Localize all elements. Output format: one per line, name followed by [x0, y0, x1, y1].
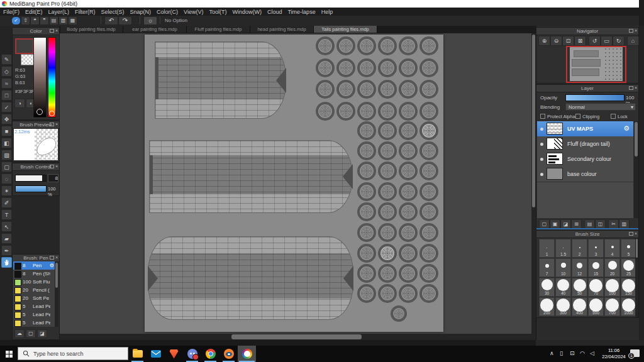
brush-size-1.5[interactable]: 1.5 — [555, 239, 571, 258]
brush-size-50[interactable]: 50 — [572, 278, 587, 297]
volume-icon[interactable]: ◁ — [590, 350, 594, 356]
canvas-document[interactable] — [145, 35, 443, 332]
menu-snap-n[interactable]: Snap(N) — [130, 9, 152, 15]
palette-button[interactable]: ◑ — [14, 99, 25, 108]
checkbox-lock[interactable]: Lock — [611, 114, 628, 119]
new-8bit-layer-button[interactable]: ▣ — [550, 219, 560, 229]
brush-size-300[interactable]: 300 — [555, 297, 571, 316]
bucket-tool[interactable]: ◧ — [1, 138, 12, 148]
taskbar-app-brave[interactable] — [165, 346, 183, 362]
brush-size-200[interactable]: 200 — [539, 297, 555, 316]
checkbox-clipping[interactable]: Clipping — [575, 114, 599, 119]
close-panel-icon[interactable]: × — [55, 29, 58, 33]
layer-settings-icon[interactable]: ⚙ — [623, 124, 630, 133]
brush-item-soft-flu-2[interactable]: 100Soft Flu — [13, 278, 55, 287]
reset-rotation-button[interactable]: ▭ — [601, 36, 613, 46]
brush-size-25[interactable]: 25 — [621, 258, 636, 277]
menu-tool-t[interactable]: Tool(T) — [209, 9, 226, 15]
brush-item-lead-pe-5[interactable]: 5Lead Pe — [13, 302, 55, 311]
blending-select[interactable]: Normal ▾ — [565, 103, 636, 111]
display-icon[interactable]: ⊡ — [570, 350, 575, 356]
delete-layer-button[interactable]: ▥ — [619, 219, 630, 229]
lasso-tool[interactable]: ◌ — [1, 173, 12, 184]
foreground-color-swatch[interactable] — [15, 38, 34, 54]
menu-cloud[interactable]: Cloud — [267, 9, 282, 15]
brush-item-pen-sh-1[interactable]: 8Pen (Sh — [13, 270, 55, 278]
brush-size-slider[interactable] — [15, 175, 47, 182]
start-button[interactable] — [0, 346, 18, 362]
taskbar-app-mail[interactable] — [147, 346, 165, 362]
zoom-actual-button[interactable]: ⊕ — [538, 36, 550, 46]
taskbar-app-medibang[interactable] — [238, 346, 256, 362]
brush-size-150[interactable]: 150 — [621, 278, 636, 297]
material-list-button[interactable]: ▥ — [58, 16, 68, 25]
text-tool[interactable]: T — [1, 209, 12, 220]
brush-size-2[interactable]: 2 — [572, 239, 587, 258]
edit-form-button[interactable]: ▦ — [68, 16, 77, 25]
transform-tool[interactable]: ↖ — [1, 221, 12, 232]
tab-tails-painting-files-mdp[interactable]: Tails painting files.mdp — [314, 26, 377, 33]
menu-view-v[interactable]: View(V) — [184, 9, 203, 15]
tab-fluff-painting-files-mdp[interactable]: Fluff painting files.mdp — [187, 26, 250, 33]
brush-item-soft-pe-4[interactable]: 20Soft Pe — [13, 294, 55, 303]
brush-size-40[interactable]: 40 — [555, 278, 571, 297]
tab-head-painting-files-mdp[interactable]: head painting files.mdp — [250, 26, 314, 33]
zoom-out-button[interactable]: ⊖ — [550, 36, 562, 46]
menu-layer-l[interactable]: Layer(L) — [48, 9, 70, 15]
taskbar-app-discord[interactable] — [183, 346, 201, 362]
brush-tool[interactable]: ✎ — [1, 54, 12, 65]
comment-button[interactable]: ❝ — [30, 16, 40, 25]
chat-button[interactable]: ❞ — [40, 16, 49, 25]
layer-list-scrollbar[interactable] — [634, 121, 638, 218]
taskbar-search-box[interactable]: Type here to search — [18, 347, 128, 360]
merge-layer-button[interactable]: ✂ — [608, 219, 619, 229]
brush-size-5[interactable]: 5 — [621, 239, 636, 258]
duplicate-layer-button[interactable]: ◫ — [595, 219, 606, 229]
brush-size-4[interactable]: 4 — [604, 239, 620, 258]
tab-body-painting-files-mdp[interactable]: Body painting files.mdp — [60, 26, 123, 33]
finger-blur-tool[interactable]: ≈ — [1, 78, 12, 89]
document-button[interactable]: ▤ — [49, 16, 58, 25]
brush-size-12[interactable]: 12 — [572, 258, 587, 277]
layer-visibility-dot[interactable] — [540, 143, 543, 146]
magic-wand-tool[interactable]: ✶ — [1, 185, 12, 196]
taskbar-app-blender[interactable] — [219, 346, 238, 362]
brush-size-value[interactable]: 8 — [48, 174, 58, 182]
new-layer-button[interactable]: ▢ — [539, 219, 550, 229]
menu-time-lapse[interactable]: Time-lapse — [287, 9, 315, 15]
canvas-workspace[interactable] — [60, 33, 531, 334]
notification-center-button[interactable]: 1 — [630, 349, 640, 358]
brush-size-100[interactable]: 100 — [604, 278, 620, 297]
rotate-cw-button[interactable]: ↻ — [613, 36, 625, 46]
cloud-brush-button[interactable]: ☁ — [14, 329, 25, 338]
brush-size-400[interactable]: 400 — [572, 297, 587, 316]
brush-size-10[interactable]: 10 — [555, 258, 571, 277]
layer-row-base-colour[interactable]: base colour — [537, 167, 633, 182]
select-pen-tool[interactable]: ✓ — [1, 102, 12, 112]
brush-size-700[interactable]: 700 — [604, 297, 620, 316]
layer-opacity-slider[interactable] — [565, 94, 625, 101]
brush-settings-icon[interactable]: ⚙ — [50, 261, 54, 270]
menu-help[interactable]: Help — [321, 9, 333, 15]
brush-size-20[interactable]: 20 — [604, 258, 620, 277]
fit-to-window-button[interactable]: ⊡ — [562, 36, 574, 46]
navigator-thumbnail-area[interactable] — [537, 46, 638, 82]
undo-button[interactable]: ↶ — [104, 16, 118, 25]
menu-file-f[interactable]: File(F) — [3, 9, 19, 15]
brush-size-15[interactable]: 15 — [588, 258, 604, 277]
checkbox-protect-alpha[interactable]: Protect Alpha — [540, 114, 575, 119]
canvas-hscrollbar[interactable] — [60, 334, 531, 340]
gradient-tool[interactable]: ▨ — [1, 150, 12, 160]
new-folder-button[interactable]: ▤ — [584, 219, 595, 229]
hue-strip[interactable] — [48, 37, 56, 118]
add-brush-button[interactable]: ▢ — [26, 329, 36, 338]
brush-size-30[interactable]: 30 — [539, 278, 555, 297]
menu-color-c[interactable]: Color(C) — [157, 9, 178, 15]
taskbar-app-chrome[interactable] — [201, 346, 219, 362]
brush-size-1000[interactable]: 1000 — [621, 297, 636, 316]
taskbar-app-file-explorer[interactable] — [128, 346, 147, 362]
brush-item-pencil-3[interactable]: 20Pencil ( — [13, 286, 55, 295]
brush-item-pen-0[interactable]: 8Pen⚙ — [13, 261, 55, 270]
brush-size-500[interactable]: 500 — [588, 297, 604, 316]
layer-row-uv-maps[interactable]: UV MAPS⚙ — [537, 121, 633, 137]
